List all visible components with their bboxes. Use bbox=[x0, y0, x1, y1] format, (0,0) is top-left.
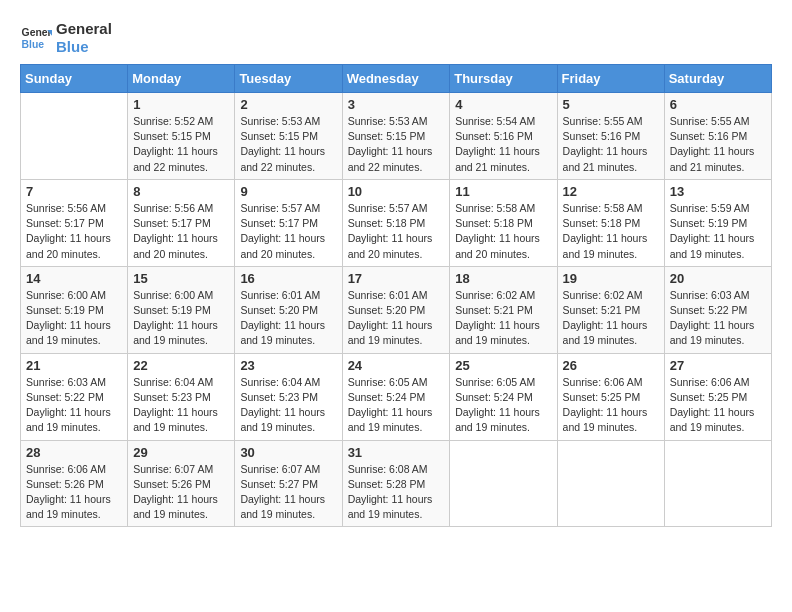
day-info: Sunrise: 6:06 AM Sunset: 5:26 PM Dayligh… bbox=[26, 462, 122, 523]
calendar-cell: 30Sunrise: 6:07 AM Sunset: 5:27 PM Dayli… bbox=[235, 440, 342, 527]
day-number: 4 bbox=[455, 97, 551, 112]
day-number: 16 bbox=[240, 271, 336, 286]
day-number: 5 bbox=[563, 97, 659, 112]
calendar-cell: 18Sunrise: 6:02 AM Sunset: 5:21 PM Dayli… bbox=[450, 266, 557, 353]
day-number: 8 bbox=[133, 184, 229, 199]
day-number: 19 bbox=[563, 271, 659, 286]
calendar-cell: 11Sunrise: 5:58 AM Sunset: 5:18 PM Dayli… bbox=[450, 179, 557, 266]
day-info: Sunrise: 6:07 AM Sunset: 5:27 PM Dayligh… bbox=[240, 462, 336, 523]
day-number: 31 bbox=[348, 445, 445, 460]
calendar-cell: 13Sunrise: 5:59 AM Sunset: 5:19 PM Dayli… bbox=[664, 179, 771, 266]
day-number: 28 bbox=[26, 445, 122, 460]
day-info: Sunrise: 6:05 AM Sunset: 5:24 PM Dayligh… bbox=[455, 375, 551, 436]
calendar-cell: 12Sunrise: 5:58 AM Sunset: 5:18 PM Dayli… bbox=[557, 179, 664, 266]
calendar-week-row: 7Sunrise: 5:56 AM Sunset: 5:17 PM Daylig… bbox=[21, 179, 772, 266]
weekday-header-saturday: Saturday bbox=[664, 65, 771, 93]
calendar-cell: 2Sunrise: 5:53 AM Sunset: 5:15 PM Daylig… bbox=[235, 93, 342, 180]
day-info: Sunrise: 5:54 AM Sunset: 5:16 PM Dayligh… bbox=[455, 114, 551, 175]
logo-general: General bbox=[56, 20, 112, 38]
calendar-cell: 23Sunrise: 6:04 AM Sunset: 5:23 PM Dayli… bbox=[235, 353, 342, 440]
day-number: 29 bbox=[133, 445, 229, 460]
calendar-cell: 14Sunrise: 6:00 AM Sunset: 5:19 PM Dayli… bbox=[21, 266, 128, 353]
calendar-cell: 4Sunrise: 5:54 AM Sunset: 5:16 PM Daylig… bbox=[450, 93, 557, 180]
calendar-cell bbox=[21, 93, 128, 180]
day-number: 13 bbox=[670, 184, 766, 199]
calendar-cell: 7Sunrise: 5:56 AM Sunset: 5:17 PM Daylig… bbox=[21, 179, 128, 266]
day-number: 2 bbox=[240, 97, 336, 112]
calendar-cell bbox=[450, 440, 557, 527]
calendar-cell: 19Sunrise: 6:02 AM Sunset: 5:21 PM Dayli… bbox=[557, 266, 664, 353]
day-info: Sunrise: 6:04 AM Sunset: 5:23 PM Dayligh… bbox=[133, 375, 229, 436]
day-info: Sunrise: 6:02 AM Sunset: 5:21 PM Dayligh… bbox=[563, 288, 659, 349]
svg-text:Blue: Blue bbox=[22, 39, 45, 50]
day-number: 17 bbox=[348, 271, 445, 286]
calendar-cell: 9Sunrise: 5:57 AM Sunset: 5:17 PM Daylig… bbox=[235, 179, 342, 266]
calendar-cell: 25Sunrise: 6:05 AM Sunset: 5:24 PM Dayli… bbox=[450, 353, 557, 440]
day-number: 27 bbox=[670, 358, 766, 373]
calendar-header-row: SundayMondayTuesdayWednesdayThursdayFrid… bbox=[21, 65, 772, 93]
day-info: Sunrise: 6:01 AM Sunset: 5:20 PM Dayligh… bbox=[348, 288, 445, 349]
calendar-week-row: 28Sunrise: 6:06 AM Sunset: 5:26 PM Dayli… bbox=[21, 440, 772, 527]
calendar-cell bbox=[557, 440, 664, 527]
calendar-cell: 15Sunrise: 6:00 AM Sunset: 5:19 PM Dayli… bbox=[128, 266, 235, 353]
day-number: 24 bbox=[348, 358, 445, 373]
calendar-week-row: 21Sunrise: 6:03 AM Sunset: 5:22 PM Dayli… bbox=[21, 353, 772, 440]
day-info: Sunrise: 6:08 AM Sunset: 5:28 PM Dayligh… bbox=[348, 462, 445, 523]
calendar-cell: 31Sunrise: 6:08 AM Sunset: 5:28 PM Dayli… bbox=[342, 440, 450, 527]
day-number: 1 bbox=[133, 97, 229, 112]
calendar-cell: 20Sunrise: 6:03 AM Sunset: 5:22 PM Dayli… bbox=[664, 266, 771, 353]
day-info: Sunrise: 5:58 AM Sunset: 5:18 PM Dayligh… bbox=[455, 201, 551, 262]
weekday-header-wednesday: Wednesday bbox=[342, 65, 450, 93]
logo: General Blue General Blue bbox=[20, 20, 112, 56]
calendar-cell: 28Sunrise: 6:06 AM Sunset: 5:26 PM Dayli… bbox=[21, 440, 128, 527]
day-number: 12 bbox=[563, 184, 659, 199]
day-info: Sunrise: 6:04 AM Sunset: 5:23 PM Dayligh… bbox=[240, 375, 336, 436]
calendar-cell: 29Sunrise: 6:07 AM Sunset: 5:26 PM Dayli… bbox=[128, 440, 235, 527]
day-info: Sunrise: 6:05 AM Sunset: 5:24 PM Dayligh… bbox=[348, 375, 445, 436]
day-info: Sunrise: 6:01 AM Sunset: 5:20 PM Dayligh… bbox=[240, 288, 336, 349]
calendar-cell: 6Sunrise: 5:55 AM Sunset: 5:16 PM Daylig… bbox=[664, 93, 771, 180]
calendar-cell: 10Sunrise: 5:57 AM Sunset: 5:18 PM Dayli… bbox=[342, 179, 450, 266]
weekday-header-tuesday: Tuesday bbox=[235, 65, 342, 93]
calendar-cell: 24Sunrise: 6:05 AM Sunset: 5:24 PM Dayli… bbox=[342, 353, 450, 440]
day-info: Sunrise: 5:55 AM Sunset: 5:16 PM Dayligh… bbox=[563, 114, 659, 175]
day-info: Sunrise: 6:03 AM Sunset: 5:22 PM Dayligh… bbox=[26, 375, 122, 436]
calendar-cell: 21Sunrise: 6:03 AM Sunset: 5:22 PM Dayli… bbox=[21, 353, 128, 440]
day-info: Sunrise: 5:56 AM Sunset: 5:17 PM Dayligh… bbox=[133, 201, 229, 262]
calendar-cell: 17Sunrise: 6:01 AM Sunset: 5:20 PM Dayli… bbox=[342, 266, 450, 353]
day-number: 6 bbox=[670, 97, 766, 112]
day-number: 25 bbox=[455, 358, 551, 373]
day-number: 3 bbox=[348, 97, 445, 112]
day-info: Sunrise: 6:00 AM Sunset: 5:19 PM Dayligh… bbox=[26, 288, 122, 349]
weekday-header-friday: Friday bbox=[557, 65, 664, 93]
day-info: Sunrise: 5:53 AM Sunset: 5:15 PM Dayligh… bbox=[240, 114, 336, 175]
calendar-cell: 22Sunrise: 6:04 AM Sunset: 5:23 PM Dayli… bbox=[128, 353, 235, 440]
calendar-week-row: 14Sunrise: 6:00 AM Sunset: 5:19 PM Dayli… bbox=[21, 266, 772, 353]
day-number: 15 bbox=[133, 271, 229, 286]
weekday-header-monday: Monday bbox=[128, 65, 235, 93]
day-info: Sunrise: 5:59 AM Sunset: 5:19 PM Dayligh… bbox=[670, 201, 766, 262]
day-info: Sunrise: 5:56 AM Sunset: 5:17 PM Dayligh… bbox=[26, 201, 122, 262]
day-number: 11 bbox=[455, 184, 551, 199]
day-info: Sunrise: 5:53 AM Sunset: 5:15 PM Dayligh… bbox=[348, 114, 445, 175]
weekday-header-sunday: Sunday bbox=[21, 65, 128, 93]
day-number: 7 bbox=[26, 184, 122, 199]
calendar-cell: 1Sunrise: 5:52 AM Sunset: 5:15 PM Daylig… bbox=[128, 93, 235, 180]
calendar-cell: 3Sunrise: 5:53 AM Sunset: 5:15 PM Daylig… bbox=[342, 93, 450, 180]
day-number: 30 bbox=[240, 445, 336, 460]
day-info: Sunrise: 6:07 AM Sunset: 5:26 PM Dayligh… bbox=[133, 462, 229, 523]
day-info: Sunrise: 6:06 AM Sunset: 5:25 PM Dayligh… bbox=[563, 375, 659, 436]
logo-icon: General Blue bbox=[20, 22, 52, 54]
logo-blue: Blue bbox=[56, 38, 112, 56]
calendar-cell: 16Sunrise: 6:01 AM Sunset: 5:20 PM Dayli… bbox=[235, 266, 342, 353]
day-info: Sunrise: 5:57 AM Sunset: 5:17 PM Dayligh… bbox=[240, 201, 336, 262]
day-info: Sunrise: 5:55 AM Sunset: 5:16 PM Dayligh… bbox=[670, 114, 766, 175]
day-number: 26 bbox=[563, 358, 659, 373]
day-number: 22 bbox=[133, 358, 229, 373]
calendar-cell: 26Sunrise: 6:06 AM Sunset: 5:25 PM Dayli… bbox=[557, 353, 664, 440]
calendar-cell bbox=[664, 440, 771, 527]
day-number: 14 bbox=[26, 271, 122, 286]
calendar-week-row: 1Sunrise: 5:52 AM Sunset: 5:15 PM Daylig… bbox=[21, 93, 772, 180]
day-info: Sunrise: 6:00 AM Sunset: 5:19 PM Dayligh… bbox=[133, 288, 229, 349]
day-info: Sunrise: 6:02 AM Sunset: 5:21 PM Dayligh… bbox=[455, 288, 551, 349]
